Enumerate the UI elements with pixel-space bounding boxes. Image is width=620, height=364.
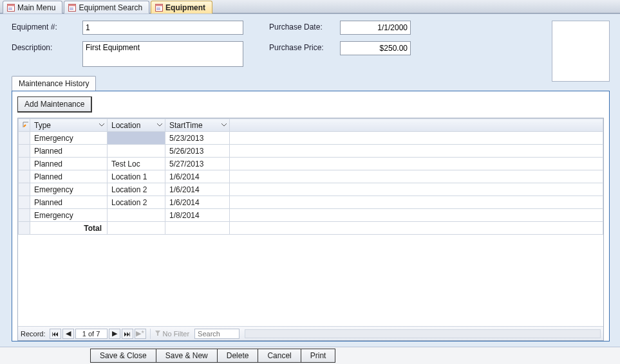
row-selector[interactable]: [19, 209, 30, 222]
row-selector[interactable]: [19, 170, 30, 183]
cell-blank: [230, 145, 603, 158]
form-icon: [155, 4, 163, 12]
cell-starttime[interactable]: 1/6/2014: [165, 196, 230, 209]
svg-rect-10: [156, 8, 160, 8]
cell-starttime[interactable]: 5/23/2013: [165, 132, 230, 145]
new-record-button[interactable]: ▶*: [135, 329, 146, 339]
form-button-bar: Save & Close Save & New Delete Cancel Pr…: [0, 347, 620, 364]
cell-location[interactable]: Location 2: [108, 183, 165, 196]
table-row[interactable]: EmergencyLocation 21/6/2014: [19, 183, 603, 196]
cell-blank: [230, 209, 603, 222]
window-tabstrip: Main Menu Equipment Search Equipment: [0, 0, 620, 14]
description-input[interactable]: [82, 41, 243, 67]
cell-starttime[interactable]: 5/26/2013: [165, 145, 230, 158]
cell-starttime[interactable]: 1/6/2014: [165, 170, 230, 183]
cell-type[interactable]: Planned: [30, 145, 108, 158]
tab-equipment-search[interactable]: Equipment Search: [64, 1, 149, 14]
tab-label: Equipment Search: [79, 3, 142, 12]
record-navigator: Record: ⏮ ◀ 1 of 7 ▶ ⏭ ▶* No Filter: [18, 326, 603, 340]
cell-starttime[interactable]: 5/27/2013: [165, 158, 230, 170]
table-row[interactable]: Planned5/26/2013: [19, 145, 603, 158]
svg-rect-11: [156, 9, 160, 10]
form-icon: [68, 4, 76, 12]
chevron-down-icon[interactable]: [220, 121, 228, 129]
filter-icon: [155, 330, 161, 338]
cell-starttime[interactable]: 1/8/2014: [165, 209, 230, 222]
grid-empty-area: [18, 235, 603, 326]
row-selector[interactable]: [19, 183, 30, 196]
svg-rect-9: [156, 4, 163, 6]
col-header-blank: [230, 119, 603, 132]
cancel-button[interactable]: Cancel: [258, 349, 301, 363]
svg-rect-5: [69, 4, 76, 6]
save-new-button[interactable]: Save & New: [156, 349, 218, 363]
equipment-no-input[interactable]: [82, 21, 243, 35]
row-selector[interactable]: [19, 132, 30, 145]
cell-location[interactable]: Test Loc: [108, 158, 165, 170]
purchase-date-input[interactable]: [340, 21, 411, 35]
chevron-down-icon[interactable]: [156, 121, 164, 129]
table-row[interactable]: PlannedLocation 11/6/2014: [19, 170, 603, 183]
no-filter-indicator[interactable]: No Filter: [150, 329, 194, 339]
row-selector-header[interactable]: [19, 119, 30, 132]
tab-label: Main Menu: [17, 3, 55, 12]
cell-blank: [230, 132, 603, 145]
table-row[interactable]: Emergency5/23/2013: [19, 132, 603, 145]
cell-blank: [230, 196, 603, 209]
equipment-no-label: Equipment #:: [12, 21, 82, 32]
col-header-type[interactable]: Type: [30, 119, 108, 132]
cell-type[interactable]: Planned: [30, 196, 108, 209]
description-label: Description:: [12, 41, 82, 52]
first-record-button[interactable]: ⏮: [50, 329, 61, 339]
print-button[interactable]: Print: [301, 349, 336, 363]
prev-record-button[interactable]: ◀: [62, 329, 74, 339]
next-record-button[interactable]: ▶: [109, 329, 120, 339]
cell-location[interactable]: Location 2: [108, 196, 165, 209]
form-body: Equipment #: Purchase Date: Picture: Des…: [0, 14, 620, 347]
cell-type[interactable]: Emergency: [30, 183, 108, 196]
cell-blank: [230, 158, 603, 170]
tab-maintenance-history[interactable]: Maintenance History: [12, 76, 96, 91]
svg-rect-6: [70, 8, 73, 8]
maintenance-subform: Add Maintenance: [12, 91, 610, 341]
cell-type[interactable]: Emergency: [30, 209, 108, 222]
purchase-price-label: Purchase Price:: [269, 41, 340, 52]
picture-box[interactable]: [552, 21, 610, 82]
cell-type[interactable]: Planned: [30, 170, 108, 183]
record-position[interactable]: 1 of 7: [75, 329, 108, 339]
add-maintenance-button[interactable]: Add Maintenance: [17, 96, 92, 113]
form-icon: [7, 4, 15, 12]
cell-starttime[interactable]: 1/6/2014: [165, 183, 230, 196]
row-selector[interactable]: [19, 145, 30, 158]
tab-label: Equipment: [165, 3, 205, 12]
cell-location[interactable]: Location 1: [108, 170, 165, 183]
chevron-down-icon[interactable]: [98, 121, 106, 129]
svg-rect-7: [70, 9, 73, 10]
col-header-location[interactable]: Location: [108, 119, 165, 132]
svg-rect-1: [8, 4, 15, 6]
cell-location[interactable]: [108, 145, 165, 158]
cell-type[interactable]: Planned: [30, 158, 108, 170]
delete-button[interactable]: Delete: [218, 349, 259, 363]
cell-location[interactable]: [108, 132, 165, 145]
tab-main-menu[interactable]: Main Menu: [3, 1, 62, 14]
row-selector[interactable]: [19, 196, 30, 209]
total-row: Total: [19, 222, 603, 235]
svg-rect-2: [8, 8, 12, 8]
tab-equipment[interactable]: Equipment: [151, 1, 212, 14]
table-row[interactable]: PlannedTest Loc5/27/2013: [19, 158, 603, 170]
cell-location[interactable]: [108, 209, 165, 222]
table-row[interactable]: Emergency1/8/2014: [19, 209, 603, 222]
recnav-label: Record:: [21, 330, 46, 338]
table-row[interactable]: PlannedLocation 21/6/2014: [19, 196, 603, 209]
save-close-button[interactable]: Save & Close: [90, 349, 156, 363]
col-header-starttime[interactable]: StartTime: [165, 119, 230, 132]
cell-type[interactable]: Emergency: [30, 132, 108, 145]
row-selector[interactable]: [19, 158, 30, 170]
purchase-price-input[interactable]: [340, 41, 411, 55]
search-input[interactable]: [194, 329, 240, 339]
last-record-button[interactable]: ⏭: [122, 329, 133, 339]
horizontal-scrollbar[interactable]: [245, 329, 601, 338]
svg-rect-3: [8, 9, 12, 10]
maintenance-datasheet[interactable]: Type Location StartTime: [18, 118, 603, 235]
